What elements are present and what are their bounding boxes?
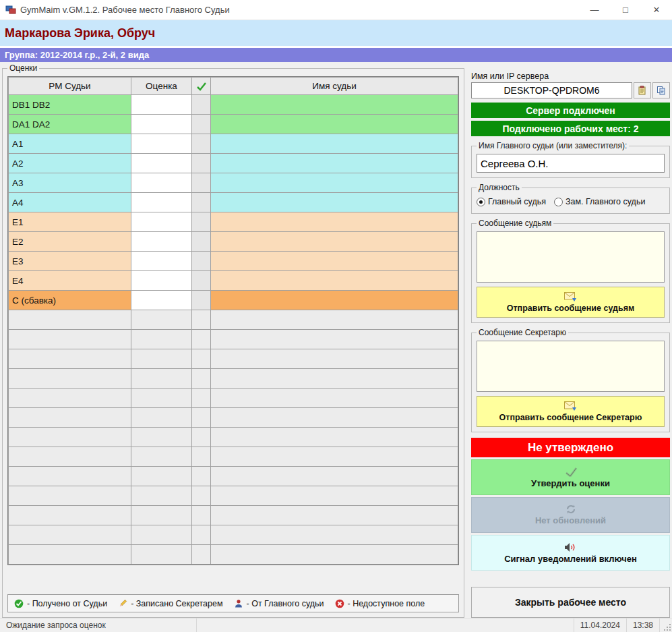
name-cell[interactable] (211, 447, 458, 467)
score-cell[interactable] (131, 232, 192, 252)
judge-cell (9, 369, 131, 389)
copy-server-button[interactable] (652, 82, 670, 98)
name-cell[interactable] (211, 467, 458, 486)
name-cell[interactable] (211, 506, 458, 525)
score-cell[interactable] (131, 525, 192, 545)
name-cell[interactable] (211, 154, 458, 173)
table-row: E4 (9, 271, 458, 291)
send-message-secretary-button[interactable]: Отправить сообщение Секретарю (477, 396, 665, 427)
paste-server-button[interactable] (634, 82, 651, 98)
name-cell[interactable] (211, 291, 458, 310)
header: Маркарова Эрика, Обруч Группа: 2012-2014… (0, 20, 672, 62)
name-cell[interactable] (211, 428, 458, 447)
score-cell[interactable] (131, 506, 192, 525)
message-judges-textarea[interactable] (477, 231, 665, 283)
score-cell[interactable] (131, 95, 192, 115)
score-cell[interactable] (131, 193, 192, 212)
radio-deputy-judge[interactable]: Зам. Главного судьи (554, 197, 645, 206)
notification-signal-button[interactable]: Сигнал уведомлений включен (471, 535, 670, 571)
name-cell[interactable] (211, 252, 458, 271)
check-cell (192, 369, 211, 389)
radio-chief-judge[interactable]: Главный судья (477, 197, 546, 206)
score-cell[interactable] (131, 389, 192, 408)
score-cell[interactable] (131, 212, 192, 232)
check-cell (192, 349, 211, 369)
resize-grip[interactable] (660, 619, 672, 632)
judge-cell (9, 467, 131, 486)
minimize-button[interactable]: — (579, 0, 610, 20)
score-cell[interactable] (131, 467, 192, 486)
table-row: A4 (9, 193, 458, 212)
name-cell[interactable] (211, 525, 458, 545)
name-cell[interactable] (211, 212, 458, 232)
maximize-button[interactable]: □ (610, 0, 641, 20)
approve-scores-button[interactable]: Утвердить оценки (471, 459, 670, 495)
name-cell[interactable] (211, 193, 458, 212)
legend-item: - Получено от Судьи (14, 599, 107, 608)
name-cell[interactable] (211, 389, 458, 408)
person-icon (234, 599, 243, 608)
score-cell[interactable] (131, 115, 192, 134)
close-workplace-button[interactable]: Закрыть рабочее место (471, 587, 670, 618)
check-cell (192, 134, 211, 154)
score-cell[interactable] (131, 408, 192, 428)
name-cell[interactable] (211, 310, 458, 330)
check-cell (192, 193, 211, 212)
main-area: Оценки РМ Судьи Оценка Имя судьи DB1 DB2… (0, 62, 672, 618)
close-button[interactable]: ✕ (641, 0, 672, 20)
score-cell[interactable] (131, 349, 192, 369)
chief-name-input[interactable] (477, 154, 665, 173)
name-cell[interactable] (211, 232, 458, 252)
status-bar: Ожидание запроса оценок 11.04.2024 13:38 (0, 618, 672, 632)
score-cell[interactable] (131, 271, 192, 291)
name-cell[interactable] (211, 330, 458, 349)
group-title: Группа: 2012-2014 г.р., 2-й, 2 вида (0, 48, 672, 62)
score-cell[interactable] (131, 291, 192, 310)
check-icon (196, 82, 207, 91)
table-row: E3 (9, 252, 458, 271)
table-row (9, 486, 458, 506)
check-cell (192, 525, 211, 545)
message-secretary-label: Сообщение Секретарю (477, 328, 568, 337)
score-cell[interactable] (131, 134, 192, 154)
server-input[interactable] (471, 82, 632, 98)
name-cell[interactable] (211, 115, 458, 134)
judge-cell: E2 (9, 232, 131, 252)
name-cell[interactable] (211, 271, 458, 291)
name-cell[interactable] (211, 349, 458, 369)
name-cell[interactable] (211, 369, 458, 389)
score-cell[interactable] (131, 173, 192, 193)
scores-panel: Оценки РМ Судьи Оценка Имя судьи DB1 DB2… (2, 63, 464, 618)
score-cell[interactable] (131, 447, 192, 467)
check-cell (192, 545, 211, 565)
name-cell[interactable] (211, 486, 458, 506)
score-cell[interactable] (131, 310, 192, 330)
score-cell[interactable] (131, 154, 192, 173)
name-cell[interactable] (211, 95, 458, 115)
judge-cell: DA1 DA2 (9, 115, 131, 134)
legend-text: - Получено от Судьи (27, 599, 107, 608)
score-cell[interactable] (131, 545, 192, 565)
legend-text: - От Главного судьи (247, 599, 324, 608)
name-cell[interactable] (211, 545, 458, 565)
no-updates-button[interactable]: Нет обновлений (471, 497, 670, 533)
name-cell[interactable] (211, 134, 458, 154)
table-row (9, 447, 458, 467)
message-secretary-textarea[interactable] (477, 341, 665, 392)
name-cell[interactable] (211, 408, 458, 428)
radio-unselected-icon (554, 198, 563, 206)
check-cell (192, 271, 211, 291)
score-cell[interactable] (131, 252, 192, 271)
name-cell[interactable] (211, 173, 458, 193)
score-cell[interactable] (131, 330, 192, 349)
score-cell[interactable] (131, 428, 192, 447)
column-header-score: Оценка (131, 78, 192, 95)
legend-text: - Записано Секретарем (131, 599, 222, 608)
score-cell[interactable] (131, 369, 192, 389)
score-cell[interactable] (131, 486, 192, 506)
check-cell (192, 486, 211, 506)
send-message-judges-button[interactable]: Отправить сообщение судьям (477, 287, 665, 318)
scores-table: РМ Судьи Оценка Имя судьи DB1 DB2DA1 DA2… (7, 76, 459, 565)
envelope-icon (564, 292, 578, 302)
position-group: Должность Главный судья Зам. Главного су… (471, 183, 670, 214)
